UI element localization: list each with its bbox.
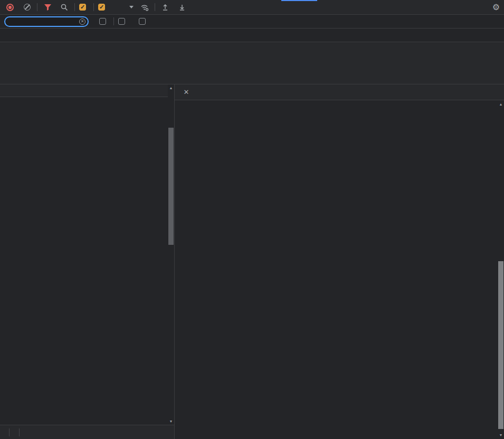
export-har-button[interactable] [176, 2, 188, 13]
clear-button[interactable] [21, 2, 33, 13]
details-tab-bar: ✕ [175, 84, 504, 100]
scroll-down-icon[interactable]: ▼ [498, 433, 504, 437]
toolbar-divider [93, 3, 94, 11]
request-list [0, 97, 168, 425]
checkbox-checked-icon [79, 4, 86, 11]
throttling-select[interactable] [113, 6, 134, 8]
resource-type-filter-row [0, 28, 504, 42]
invert-checkbox[interactable] [99, 18, 109, 25]
network-status-bar [0, 425, 174, 439]
toolbar-divider [74, 3, 75, 11]
status-divider [9, 428, 9, 436]
settings-gear-icon[interactable]: ⚙ [492, 2, 500, 13]
hide-extension-urls-checkbox[interactable] [139, 18, 149, 25]
devtools-network-panel: ⚙ ✕ ▲ ▼ [0, 0, 504, 439]
network-filter-row: ✕ [0, 15, 504, 28]
network-conditions-button[interactable] [139, 2, 150, 13]
clear-filter-icon[interactable]: ✕ [79, 18, 85, 25]
headers-detail-body [175, 100, 498, 439]
filter-divider [113, 17, 114, 25]
scroll-up-icon[interactable]: ▲ [498, 102, 504, 106]
scroll-up-icon[interactable]: ▲ [168, 86, 174, 90]
disable-cache-checkbox[interactable] [98, 4, 108, 11]
clear-icon [24, 4, 31, 11]
checkbox-icon [139, 18, 146, 25]
search-button[interactable] [59, 2, 70, 13]
name-column-header[interactable] [0, 84, 174, 97]
filter-button[interactable] [42, 2, 53, 13]
chevron-down-icon [129, 6, 134, 8]
details-scrollbar[interactable]: ▲ ▼ [498, 100, 504, 439]
request-list-scrollbar[interactable]: ▲ ▼ [168, 84, 174, 425]
record-button[interactable] [4, 2, 16, 13]
scroll-down-icon[interactable]: ▼ [168, 419, 174, 423]
toolbar-divider [37, 3, 37, 11]
checkbox-checked-icon [98, 4, 105, 11]
close-details-icon[interactable]: ✕ [180, 88, 193, 96]
checkbox-icon [99, 18, 106, 25]
request-details-panel: ✕ ▲ ▼ [174, 84, 504, 439]
status-divider [19, 428, 20, 436]
filter-text-input[interactable]: ✕ [4, 16, 89, 27]
download-icon [178, 4, 186, 11]
checkbox-icon [118, 18, 125, 25]
network-overview-timeline[interactable] [0, 42, 504, 84]
upload-icon [161, 4, 169, 11]
hide-data-urls-checkbox[interactable] [118, 18, 128, 25]
preserve-log-checkbox[interactable] [79, 4, 89, 11]
record-icon [6, 4, 14, 11]
request-list-panel: ▲ ▼ [0, 84, 174, 425]
scrollbar-thumb[interactable] [168, 128, 174, 245]
search-icon [61, 4, 68, 11]
import-har-button[interactable] [159, 2, 171, 13]
toolbar-divider [155, 3, 155, 11]
active-tab-highlight [281, 0, 317, 1]
network-toolbar: ⚙ [0, 0, 504, 15]
funnel-icon [44, 4, 52, 11]
wifi-gear-icon [140, 4, 149, 11]
scrollbar-thumb[interactable] [498, 261, 503, 429]
